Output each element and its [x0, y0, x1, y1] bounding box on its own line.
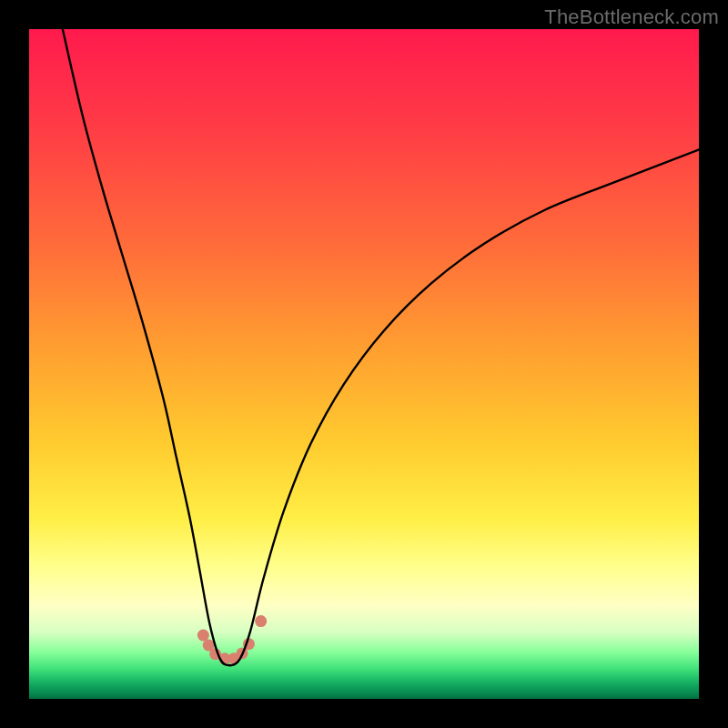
bottleneck-curve — [63, 29, 699, 665]
data-marker — [255, 615, 267, 627]
chart-frame: TheBottleneck.com — [0, 0, 728, 728]
plot-area — [29, 29, 699, 699]
curve-layer — [29, 29, 699, 699]
data-marker — [197, 630, 209, 642]
watermark-text: TheBottleneck.com — [544, 5, 719, 29]
marker-group — [197, 615, 267, 664]
